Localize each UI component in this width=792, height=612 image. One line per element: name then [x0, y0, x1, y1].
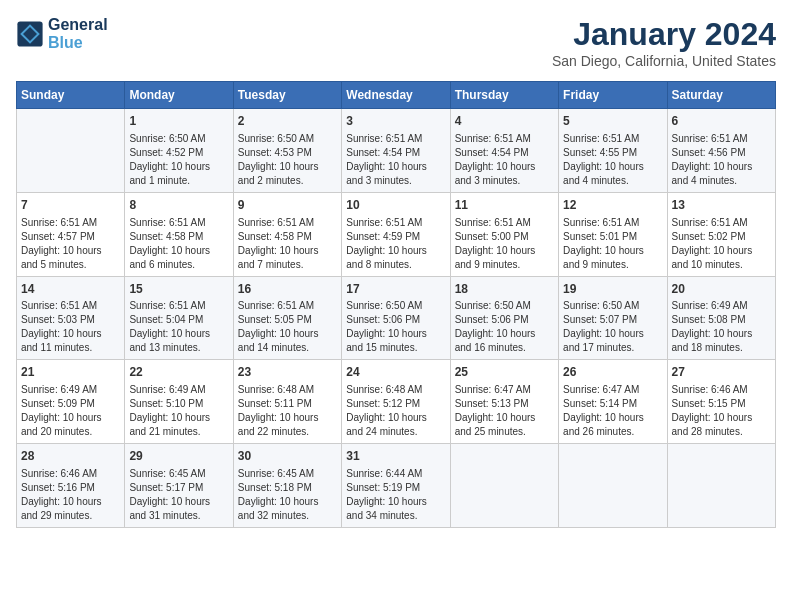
day-info-line: Sunrise: 6:50 AM: [455, 299, 554, 313]
day-info-line: Daylight: 10 hours: [238, 495, 337, 509]
day-number: 28: [21, 448, 120, 465]
day-info-line: Sunset: 4:54 PM: [346, 146, 445, 160]
day-info-line: and 3 minutes.: [346, 174, 445, 188]
day-info-line: Sunset: 4:52 PM: [129, 146, 228, 160]
day-number: 2: [238, 113, 337, 130]
day-info-line: Daylight: 10 hours: [129, 495, 228, 509]
calendar-day-cell: 7Sunrise: 6:51 AMSunset: 4:57 PMDaylight…: [17, 192, 125, 276]
calendar-day-cell: 9Sunrise: 6:51 AMSunset: 4:58 PMDaylight…: [233, 192, 341, 276]
day-number: 21: [21, 364, 120, 381]
day-info-line: Daylight: 10 hours: [672, 244, 771, 258]
day-info-line: Sunrise: 6:51 AM: [563, 216, 662, 230]
calendar-day-cell: 21Sunrise: 6:49 AMSunset: 5:09 PMDayligh…: [17, 360, 125, 444]
day-info-line: Daylight: 10 hours: [129, 244, 228, 258]
calendar-day-cell: 2Sunrise: 6:50 AMSunset: 4:53 PMDaylight…: [233, 109, 341, 193]
logo-icon: [16, 20, 44, 48]
calendar-day-cell: [559, 444, 667, 528]
day-info-line: and 28 minutes.: [672, 425, 771, 439]
title-block: January 2024 San Diego, California, Unit…: [552, 16, 776, 69]
day-info-line: Sunrise: 6:50 AM: [346, 299, 445, 313]
day-info-line: Sunset: 5:11 PM: [238, 397, 337, 411]
day-info-line: Sunrise: 6:51 AM: [346, 132, 445, 146]
day-info-line: Sunrise: 6:51 AM: [21, 216, 120, 230]
day-info-line: Daylight: 10 hours: [346, 411, 445, 425]
day-info-line: Sunrise: 6:47 AM: [563, 383, 662, 397]
calendar-body: 1Sunrise: 6:50 AMSunset: 4:52 PMDaylight…: [17, 109, 776, 528]
day-info-line: and 4 minutes.: [563, 174, 662, 188]
day-info-line: and 9 minutes.: [563, 258, 662, 272]
day-info-line: Daylight: 10 hours: [672, 160, 771, 174]
day-info-line: Sunset: 5:18 PM: [238, 481, 337, 495]
day-info-line: Sunset: 4:59 PM: [346, 230, 445, 244]
day-info-line: Sunrise: 6:51 AM: [346, 216, 445, 230]
day-info-line: Sunset: 5:06 PM: [455, 313, 554, 327]
day-number: 4: [455, 113, 554, 130]
day-number: 7: [21, 197, 120, 214]
calendar-day-cell: 18Sunrise: 6:50 AMSunset: 5:06 PMDayligh…: [450, 276, 558, 360]
day-info-line: Sunrise: 6:51 AM: [563, 132, 662, 146]
day-info-line: Daylight: 10 hours: [238, 327, 337, 341]
day-number: 17: [346, 281, 445, 298]
day-info-line: Daylight: 10 hours: [21, 244, 120, 258]
logo-line2: Blue: [48, 34, 108, 52]
day-info-line: Daylight: 10 hours: [563, 327, 662, 341]
calendar-day-cell: 26Sunrise: 6:47 AMSunset: 5:14 PMDayligh…: [559, 360, 667, 444]
day-info-line: and 5 minutes.: [21, 258, 120, 272]
day-number: 1: [129, 113, 228, 130]
logo-line1: General: [48, 16, 108, 34]
day-info-line: Daylight: 10 hours: [129, 160, 228, 174]
day-info-line: Sunrise: 6:49 AM: [21, 383, 120, 397]
day-info-line: and 13 minutes.: [129, 341, 228, 355]
day-info-line: Sunset: 5:17 PM: [129, 481, 228, 495]
day-info-line: Sunset: 5:01 PM: [563, 230, 662, 244]
day-number: 18: [455, 281, 554, 298]
day-info-line: and 8 minutes.: [346, 258, 445, 272]
day-info-line: Daylight: 10 hours: [238, 411, 337, 425]
day-info-line: Sunset: 4:55 PM: [563, 146, 662, 160]
calendar-day-cell: 27Sunrise: 6:46 AMSunset: 5:15 PMDayligh…: [667, 360, 775, 444]
day-info-line: Sunset: 5:03 PM: [21, 313, 120, 327]
calendar-day-cell: 4Sunrise: 6:51 AMSunset: 4:54 PMDaylight…: [450, 109, 558, 193]
day-info-line: Sunset: 5:05 PM: [238, 313, 337, 327]
day-info-line: and 2 minutes.: [238, 174, 337, 188]
day-number: 26: [563, 364, 662, 381]
calendar-day-cell: 14Sunrise: 6:51 AMSunset: 5:03 PMDayligh…: [17, 276, 125, 360]
calendar-day-cell: 16Sunrise: 6:51 AMSunset: 5:05 PMDayligh…: [233, 276, 341, 360]
day-of-week-header: Monday: [125, 82, 233, 109]
day-info-line: Sunrise: 6:50 AM: [238, 132, 337, 146]
day-number: 5: [563, 113, 662, 130]
location-subtitle: San Diego, California, United States: [552, 53, 776, 69]
day-info-line: Sunset: 5:15 PM: [672, 397, 771, 411]
day-info-line: Sunrise: 6:51 AM: [238, 299, 337, 313]
day-info-line: Sunrise: 6:44 AM: [346, 467, 445, 481]
calendar-day-cell: 23Sunrise: 6:48 AMSunset: 5:11 PMDayligh…: [233, 360, 341, 444]
day-info-line: and 10 minutes.: [672, 258, 771, 272]
day-info-line: Daylight: 10 hours: [672, 327, 771, 341]
day-number: 19: [563, 281, 662, 298]
days-of-week-row: SundayMondayTuesdayWednesdayThursdayFrid…: [17, 82, 776, 109]
day-info-line: Sunrise: 6:46 AM: [21, 467, 120, 481]
month-title: January 2024: [552, 16, 776, 53]
calendar-day-cell: 12Sunrise: 6:51 AMSunset: 5:01 PMDayligh…: [559, 192, 667, 276]
day-info-line: Daylight: 10 hours: [346, 244, 445, 258]
day-number: 12: [563, 197, 662, 214]
day-info-line: Daylight: 10 hours: [563, 411, 662, 425]
day-number: 8: [129, 197, 228, 214]
calendar-day-cell: 8Sunrise: 6:51 AMSunset: 4:58 PMDaylight…: [125, 192, 233, 276]
day-info-line: Daylight: 10 hours: [346, 160, 445, 174]
day-info-line: Daylight: 10 hours: [455, 411, 554, 425]
day-info-line: Sunset: 5:02 PM: [672, 230, 771, 244]
day-info-line: Sunrise: 6:51 AM: [455, 216, 554, 230]
calendar-day-cell: 3Sunrise: 6:51 AMSunset: 4:54 PMDaylight…: [342, 109, 450, 193]
day-info-line: Sunset: 5:14 PM: [563, 397, 662, 411]
calendar-day-cell: 31Sunrise: 6:44 AMSunset: 5:19 PMDayligh…: [342, 444, 450, 528]
calendar-week-row: 7Sunrise: 6:51 AMSunset: 4:57 PMDaylight…: [17, 192, 776, 276]
day-info-line: Sunrise: 6:51 AM: [672, 216, 771, 230]
day-info-line: Sunset: 5:07 PM: [563, 313, 662, 327]
day-info-line: and 3 minutes.: [455, 174, 554, 188]
day-info-line: and 9 minutes.: [455, 258, 554, 272]
calendar-week-row: 21Sunrise: 6:49 AMSunset: 5:09 PMDayligh…: [17, 360, 776, 444]
page-header: General Blue January 2024 San Diego, Cal…: [16, 16, 776, 69]
day-info-line: and 20 minutes.: [21, 425, 120, 439]
day-info-line: Sunset: 4:57 PM: [21, 230, 120, 244]
